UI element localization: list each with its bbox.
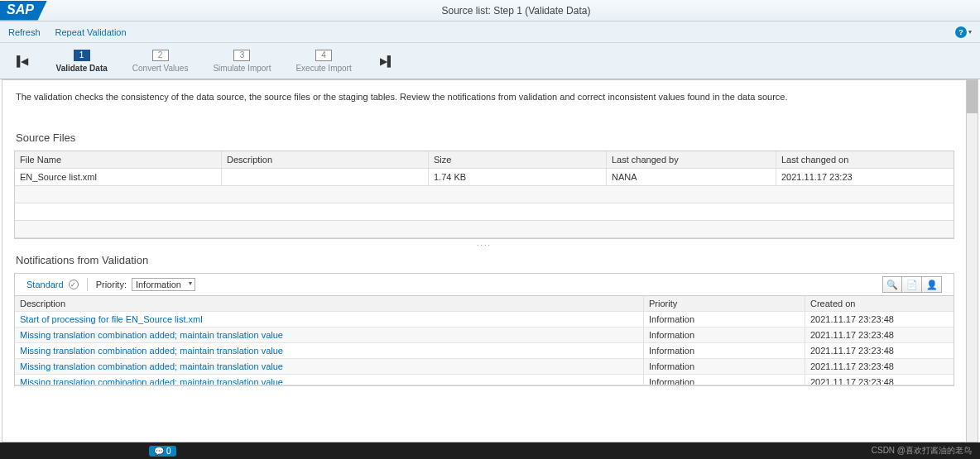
wizard-steps: ▐◀ 1 Validate Data 2 Convert Values 3 Si… [0,43,980,79]
cell-priority: Information [644,343,805,358]
table-header-row: File Name Description Size Last changed … [15,151,954,169]
priority-label: Priority: [96,280,127,289]
chevron-down-icon: ▾ [968,28,972,36]
notifications-title: Notifications from Validation [2,251,966,273]
notification-link[interactable]: Missing translation combination added; m… [15,328,644,342]
comment-badge[interactable]: 💬 0 [149,446,176,457]
table-row[interactable]: Missing translation combination added; m… [15,343,954,359]
step-number: 4 [315,50,332,61]
step-label: Simulate Import [213,64,271,73]
cell-priority: Information [644,375,805,385]
person-icon: 👤 [926,280,938,290]
step-next-arrow[interactable]: ▶▌ [377,55,398,67]
col-description[interactable]: Description [15,296,644,311]
step-number: 1 [74,50,90,61]
col-changed-by[interactable]: Last changed by [607,151,776,168]
table-row [15,186,954,203]
scrollbar-thumb[interactable] [967,80,978,113]
action-toolbar: Refresh Repeat Validation ? ▾ [0,22,980,43]
step-label: Execute Import [295,64,351,73]
check-icon[interactable]: ✓ [69,280,79,289]
standard-view-link[interactable]: Standard [26,280,64,289]
vertical-scrollbar[interactable] [966,80,978,442]
content-area: The validation checks the consistency of… [2,79,978,442]
table-row[interactable]: Missing translation combination added; m… [15,359,954,375]
bottom-bar: 💬 0 CSDN @喜欢打酱油的老鸟 [0,442,980,459]
cell-changed-by: NANA [607,169,776,185]
source-files-title: Source Files [2,113,966,151]
cell-file-name: EN_Source list.xml [15,169,222,185]
watermark-text: CSDN @喜欢打酱油的老鸟 [872,445,972,457]
page-title: Source list: Step 1 (Validate Data) [52,5,980,17]
notification-link[interactable]: Missing translation combination added; m… [15,359,644,374]
step-label: Convert Values [132,64,189,73]
cell-time: 2021.11.17 23:23:48 [805,375,954,385]
separator [87,278,88,291]
notifications-toolbar: Standard ✓ Priority: Information 🔍 📄 👤 [14,273,954,295]
col-created-on[interactable]: Created on [805,296,954,311]
table-row[interactable]: Missing translation combination added; m… [15,375,954,385]
cell-priority: Information [644,328,805,342]
table-row[interactable]: Start of processing for file EN_Source l… [15,312,954,328]
step-validate-data[interactable]: 1 Validate Data [56,50,108,73]
export-icon: 📄 [906,280,918,290]
step-prev-arrow[interactable]: ▐◀ [10,55,31,67]
table-header-row: Description Priority Created on [15,296,954,312]
step-label: Validate Data [56,64,108,73]
cell-time: 2021.11.17 23:23:48 [805,328,954,342]
notifications-grid: Description Priority Created on Start of… [14,295,954,386]
comment-icon: 💬 [154,447,164,456]
step-number: 3 [233,50,250,61]
validation-info-text: The validation checks the consistency of… [2,80,966,113]
step-convert-values[interactable]: 2 Convert Values [132,50,189,73]
window-header: SAP Source list: Step 1 (Validate Data) [0,0,980,22]
table-row[interactable]: Missing translation combination added; m… [15,328,954,343]
cell-priority: Information [644,359,805,374]
cell-changed-on: 2021.11.17 23:23 [776,169,954,185]
search-icon: 🔍 [886,280,898,290]
step-simulate-import[interactable]: 3 Simulate Import [213,50,271,73]
export-icon-button[interactable]: 📄 [902,276,922,293]
search-icon-button[interactable]: 🔍 [882,276,902,293]
refresh-link[interactable]: Refresh [8,27,41,37]
priority-select[interactable]: Information [132,278,195,291]
source-files-grid: File Name Description Size Last changed … [14,151,954,239]
notification-link[interactable]: Missing translation combination added; m… [15,343,644,358]
col-size[interactable]: Size [429,151,607,168]
table-row [15,221,954,238]
step-number: 2 [152,50,169,61]
cell-time: 2021.11.17 23:23:48 [805,312,954,327]
sap-logo: SAP [0,1,47,21]
help-button[interactable]: ? ▾ [955,26,972,38]
step-execute-import[interactable]: 4 Execute Import [295,50,351,73]
repeat-validation-link[interactable]: Repeat Validation [55,27,127,37]
splitter-handle[interactable]: ···· [2,239,966,251]
cell-description [222,169,429,185]
cell-time: 2021.11.17 23:23:48 [805,359,954,374]
table-row[interactable]: EN_Source list.xml 1.74 KB NANA 2021.11.… [15,169,954,186]
personalize-icon-button[interactable]: 👤 [922,276,942,293]
col-description[interactable]: Description [222,151,429,168]
col-priority[interactable]: Priority [644,296,805,311]
cell-time: 2021.11.17 23:23:48 [805,343,954,358]
col-changed-on[interactable]: Last changed on [776,151,954,168]
comment-count: 0 [166,447,171,456]
notification-link[interactable]: Start of processing for file EN_Source l… [15,312,644,327]
help-icon: ? [955,26,967,38]
col-file-name[interactable]: File Name [15,151,222,168]
cell-size: 1.74 KB [429,169,607,185]
cell-priority: Information [644,312,805,327]
table-row [15,203,954,221]
notification-link[interactable]: Missing translation combination added; m… [15,375,644,385]
